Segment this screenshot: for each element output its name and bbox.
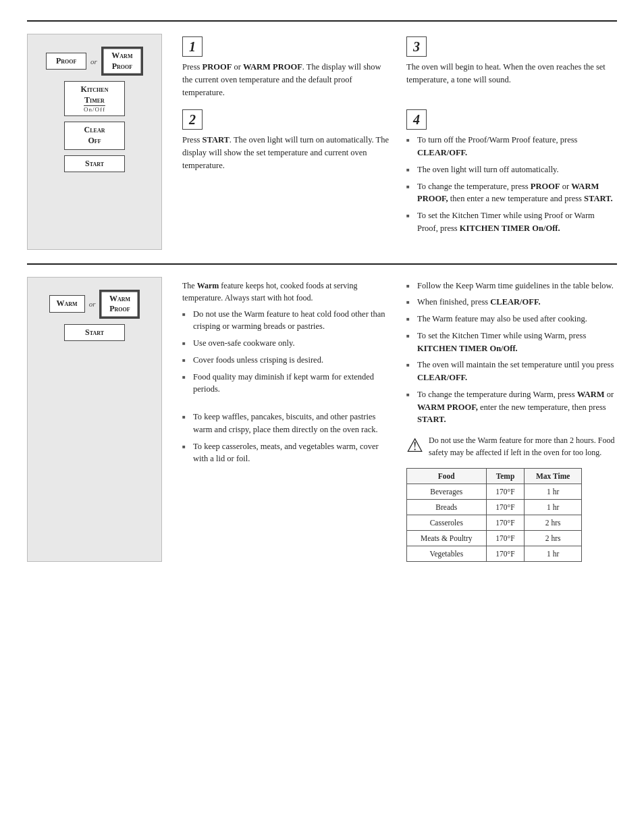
warm-left-bullets-2: To keep waffles, pancakes, biscuits, and… xyxy=(182,411,393,465)
step-num-1: 1 xyxy=(182,36,203,57)
warm-bullet-r4: To set the Kitchen Timer while using War… xyxy=(406,330,617,355)
warm-left-col: The Warm feature keeps hot, cooked foods… xyxy=(182,280,393,563)
proof-button[interactable]: Proof xyxy=(46,53,86,70)
food-breads: Breads xyxy=(407,500,487,515)
table-row: Vegetables 170°F 1 hr xyxy=(407,546,582,562)
table-header-food: Food xyxy=(407,469,487,484)
food-meats: Meats & Poultry xyxy=(407,531,487,546)
section-warm: Warm or WarmProof Start The Warm feature… xyxy=(27,277,617,563)
bullet-4-4: To set the Kitchen Timer while using Pro… xyxy=(406,209,617,235)
bullet-4-2: The oven light will turn off automatical… xyxy=(406,163,617,176)
warning-block: ⚠ Do not use the Warm feature for more t… xyxy=(406,434,617,463)
step-num-3: 3 xyxy=(406,36,427,57)
step-num-2: 2 xyxy=(182,109,203,130)
or-label-1: or xyxy=(90,57,97,66)
bullet-4-3: To change the temperature, press PROOF o… xyxy=(406,180,617,206)
time-breads: 1 hr xyxy=(525,500,582,515)
button-panel-proof: Proof or WarmProof KitchenTimer On/Off C… xyxy=(27,34,162,250)
step-text-2: Press START. The oven light will turn on… xyxy=(182,134,393,172)
warm-bullet-l2: Use oven-safe cookware only. xyxy=(182,337,393,350)
table-row: Breads 170°F 1 hr xyxy=(407,500,582,515)
warm-proof-button-2[interactable]: WarmProof xyxy=(99,290,140,319)
warm-bullet-r6: To change the temperature during Warm, p… xyxy=(406,388,617,426)
warm-left-bullets: Do not use the Warm feature to heat cold… xyxy=(182,308,393,396)
food-casseroles: Casseroles xyxy=(407,515,487,531)
warm-two-col: The Warm feature keeps hot, cooked foods… xyxy=(182,280,617,563)
warm-bullet-l5: To keep waffles, pancakes, biscuits, and… xyxy=(182,411,393,436)
food-vegetables: Vegetables xyxy=(407,546,487,562)
time-casseroles: 2 hrs xyxy=(525,515,582,531)
table-row: Casseroles 170°F 2 hrs xyxy=(407,515,582,531)
warm-intro: The Warm feature keeps hot, cooked foods… xyxy=(182,280,393,304)
time-beverages: 1 hr xyxy=(525,484,582,500)
start-button-1[interactable]: Start xyxy=(64,155,125,173)
step-4-bullets: To turn off the Proof/Warm Proof feature… xyxy=(406,134,617,234)
time-meats: 2 hrs xyxy=(525,531,582,546)
warm-bullet-l1: Do not use the Warm feature to heat cold… xyxy=(182,308,393,334)
table-row: Beverages 170°F 1 hr xyxy=(407,484,582,500)
warm-proof-button[interactable]: WarmProof xyxy=(101,47,143,76)
table-row: Meats & Poultry 170°F 2 hrs xyxy=(407,531,582,546)
step-4: 4 To turn off the Proof/Warm Proof featu… xyxy=(406,109,617,238)
temp-breads: 170°F xyxy=(486,500,525,515)
proof-warm-row: Proof or WarmProof xyxy=(46,47,143,76)
warm-bullet-r3: The Warm feature may also be used after … xyxy=(406,313,617,325)
table-header-time: Max Time xyxy=(525,469,582,484)
warm-right-bullets: Follow the Keep Warm time guidelines in … xyxy=(406,280,617,427)
temp-beverages: 170°F xyxy=(486,484,525,500)
step-2: 2 Press START. The oven light will turn … xyxy=(182,109,393,238)
step-text-1: Press PROOF or WARM PROOF. The display w… xyxy=(182,61,393,99)
step-text-3: The oven will begin to heat. When the ov… xyxy=(406,61,617,86)
step-num-4: 4 xyxy=(406,109,427,130)
kitchen-timer-button[interactable]: KitchenTimer On/Off xyxy=(64,81,125,116)
start-button-2[interactable]: Start xyxy=(64,324,125,342)
temp-meats: 170°F xyxy=(486,531,525,546)
or-label-2: or xyxy=(89,300,96,308)
warning-text: Do not use the Warm feature for more tha… xyxy=(429,434,617,459)
warm-bullet-r2: When finished, press CLEAR/OFF. xyxy=(406,296,617,309)
warm-row: Warm or WarmProof xyxy=(49,290,140,319)
warm-bullet-l6: To keep casseroles, meats, and vegetable… xyxy=(182,440,393,466)
warm-bullet-l3: Cover foods unless crisping is desired. xyxy=(182,354,393,367)
section-divider xyxy=(27,263,617,265)
section-proof: Proof or WarmProof KitchenTimer On/Off C… xyxy=(27,34,617,250)
food-beverages: Beverages xyxy=(407,484,487,500)
warm-button[interactable]: Warm xyxy=(49,295,85,313)
table-header-temp: Temp xyxy=(486,469,525,484)
bullet-4-1: To turn off the Proof/Warm Proof feature… xyxy=(406,134,617,159)
step-3: 3 The oven will begin to heat. When the … xyxy=(406,36,617,99)
warm-bullet-r5: The oven will maintain the set temperatu… xyxy=(406,359,617,384)
warning-icon: ⚠ xyxy=(406,434,423,457)
kitchen-timer-sub: On/Off xyxy=(84,106,105,113)
warm-right-col: Follow the Keep Warm time guidelines in … xyxy=(406,280,617,563)
kitchen-timer-label: KitchenTimer xyxy=(81,84,109,105)
time-vegetables: 1 hr xyxy=(525,546,582,562)
temp-casseroles: 170°F xyxy=(486,515,525,531)
button-panel-warm: Warm or WarmProof Start xyxy=(27,277,162,563)
top-divider xyxy=(27,20,617,22)
warm-bullet-l4: Food quality may diminish if kept warm f… xyxy=(182,371,393,396)
warm-table: Food Temp Max Time Beverages 170°F 1 hr xyxy=(406,468,582,562)
warm-bullet-r1: Follow the Keep Warm time guidelines in … xyxy=(406,280,617,292)
steps-proof: 1 Press PROOF or WARM PROOF. The display… xyxy=(182,34,617,250)
clear-off-button[interactable]: ClearOff xyxy=(64,122,125,149)
warm-content: The Warm feature keeps hot, cooked foods… xyxy=(182,277,617,563)
temp-vegetables: 170°F xyxy=(486,546,525,562)
step-1: 1 Press PROOF or WARM PROOF. The display… xyxy=(182,36,393,99)
